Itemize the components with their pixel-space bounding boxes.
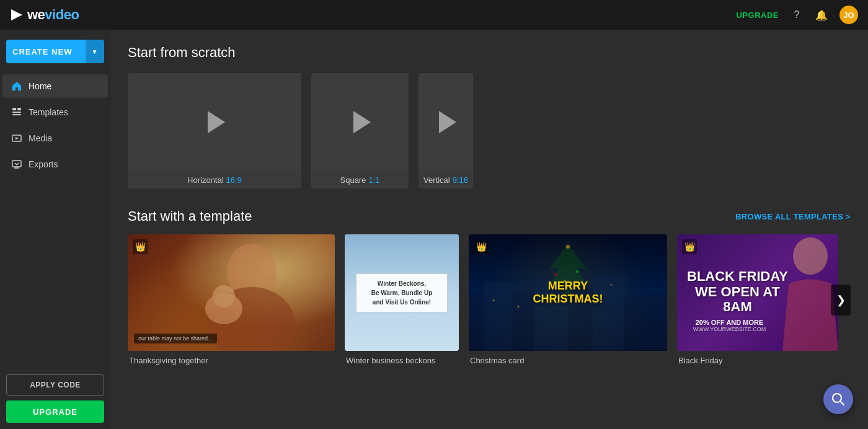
svg-point-20 — [518, 306, 520, 308]
template-name-christmas: Christmas card — [469, 356, 667, 365]
search-fab-icon — [831, 392, 845, 406]
svg-point-25 — [566, 245, 570, 249]
template-section-header: Start with a template BROWSE ALL TEMPLAT… — [128, 208, 851, 224]
sidebar-item-home[interactable]: Home — [2, 74, 108, 98]
avatar[interactable]: JO — [839, 6, 858, 24]
blackfriday-text-area: BLACK FRIDAYWE OPEN AT 8AM — [685, 269, 790, 314]
template-thumb-christmas: 👑 MERRY CHRISTMAS! — [469, 234, 667, 351]
play-icon-square — [353, 111, 371, 133]
blackfriday-website: WWW.YOURWEBSITE.COM — [685, 326, 774, 332]
sidebar-item-exports[interactable]: Exports — [2, 153, 108, 176]
sidebar: CREATE NEW ▼ Home Templates — [0, 30, 110, 429]
scratch-preview-horizontal — [128, 73, 301, 170]
christmas-merry-text: MERRY CHRISTMAS! — [518, 280, 618, 306]
template-thumb-winter: Winter Beckons,Be Warm, Bundle Upand Vis… — [345, 234, 459, 351]
notifications-icon[interactable]: 🔔 — [815, 8, 828, 22]
scratch-card-horizontal[interactable]: Horizontal16:9 — [128, 73, 301, 188]
create-new-caret[interactable]: ▼ — [86, 40, 104, 63]
svg-rect-3 — [12, 112, 21, 113]
media-icon — [11, 133, 22, 144]
upgrade-link[interactable]: UPGRADE — [736, 11, 779, 20]
svg-rect-1 — [12, 108, 16, 110]
scratch-label-square: Square1:1 — [311, 170, 409, 188]
winter-content: Winter Beckons,Be Warm, Bundle Upand Vis… — [345, 234, 459, 351]
svg-marker-0 — [11, 9, 22, 20]
upgrade-button[interactable]: UPGRADE — [6, 400, 104, 423]
topnav-right: UPGRADE ? 🔔 JO — [736, 6, 858, 24]
scratch-cards-container: Horizontal16:9 Square1:1 Vertical9:16 — [128, 73, 851, 188]
scratch-section-title: Start from scratch — [128, 45, 851, 61]
carousel-next-button[interactable]: ❯ — [831, 285, 851, 316]
svg-rect-7 — [12, 161, 21, 167]
crown-badge-christmas: 👑 — [474, 239, 489, 254]
main-content: Start from scratch Horizontal16:9 Square… — [110, 30, 868, 429]
svg-point-19 — [493, 300, 495, 302]
logo-text: wevideo — [27, 7, 79, 23]
sidebar-item-home-label: Home — [29, 81, 51, 91]
scratch-preview-square — [311, 73, 409, 170]
scratch-label-horizontal: Horizontal16:9 — [128, 170, 301, 188]
logo-icon — [10, 8, 24, 22]
template-carousel: 👑 our table may not be shared... Thanksg… — [128, 234, 851, 365]
apply-code-button[interactable]: APPLY CODE — [6, 374, 104, 396]
blackfriday-sub-area: 20% OFF AND MORE WWW.YOURWEBSITE.COM — [685, 319, 774, 332]
sidebar-item-media-label: Media — [29, 133, 52, 143]
template-card-christmas[interactable]: 👑 MERRY CHRISTMAS! Christmas card — [469, 234, 667, 365]
scratch-preview-vertical — [418, 73, 473, 170]
home-icon — [11, 81, 22, 92]
blackfriday-main-text: BLACK FRIDAYWE OPEN AT 8AM — [685, 269, 790, 314]
template-card-thanksgiving[interactable]: 👑 our table may not be shared... Thanksg… — [128, 234, 335, 365]
top-navigation: wevideo UPGRADE ? 🔔 JO — [0, 0, 868, 30]
template-name-winter: Winter business beckons — [345, 356, 459, 365]
sidebar-item-templates-label: Templates — [29, 107, 68, 117]
svg-rect-4 — [12, 114, 21, 115]
search-fab[interactable] — [823, 384, 853, 414]
blackfriday-sub-text: 20% OFF AND MORE — [685, 319, 774, 326]
template-name-blackfriday: Black Friday — [677, 356, 838, 365]
svg-point-11 — [213, 285, 235, 307]
browse-all-link[interactable]: BROWSE ALL TEMPLATES > — [735, 212, 851, 221]
templates-icon — [11, 107, 22, 118]
help-icon[interactable]: ? — [790, 8, 804, 22]
wevideo-logo[interactable]: wevideo — [10, 7, 79, 23]
template-thumb-thanksgiving: 👑 our table may not be shared... — [128, 234, 335, 351]
scratch-card-square[interactable]: Square1:1 — [311, 73, 409, 188]
create-new-button[interactable]: CREATE NEW ▼ — [6, 40, 104, 63]
scratch-label-vertical: Vertical9:16 — [418, 170, 473, 188]
svg-rect-2 — [17, 108, 21, 110]
svg-rect-18 — [624, 294, 667, 351]
svg-rect-13 — [484, 282, 515, 351]
svg-point-27 — [576, 270, 578, 273]
logo-area: wevideo — [10, 7, 79, 23]
sidebar-item-media[interactable]: Media — [2, 126, 108, 150]
sidebar-item-exports-label: Exports — [29, 159, 58, 169]
exports-icon — [11, 159, 22, 170]
svg-point-26 — [554, 273, 557, 276]
template-name-thanksgiving: Thanksgiving together — [128, 356, 335, 365]
play-icon-horizontal — [208, 111, 225, 133]
sidebar-bottom: APPLY CODE UPGRADE — [0, 368, 110, 429]
winter-text-box: Winter Beckons,Be Warm, Bundle Upand Vis… — [356, 273, 447, 312]
app-layout: CREATE NEW ▼ Home Templates — [0, 30, 868, 429]
create-new-label: CREATE NEW — [12, 47, 72, 56]
template-thumb-blackfriday: 👑 BLACK FRIDAYWE OPEN AT 8AM 20% OFF AND… — [677, 234, 838, 351]
svg-line-31 — [841, 402, 844, 405]
template-card-blackfriday[interactable]: 👑 BLACK FRIDAYWE OPEN AT 8AM 20% OFF AND… — [677, 234, 838, 365]
svg-marker-6 — [16, 137, 19, 139]
scratch-card-vertical[interactable]: Vertical9:16 — [418, 73, 473, 188]
thanksgiving-overlay-text: our table may not be shared... — [134, 334, 217, 343]
svg-point-29 — [793, 237, 828, 275]
sidebar-item-templates[interactable]: Templates — [2, 100, 108, 124]
crown-badge-blackfriday: 👑 — [682, 239, 697, 254]
template-section-title: Start with a template — [128, 208, 252, 224]
play-icon-vertical — [439, 111, 456, 133]
template-card-winter[interactable]: Winter Beckons,Be Warm, Bundle Upand Vis… — [345, 234, 459, 365]
